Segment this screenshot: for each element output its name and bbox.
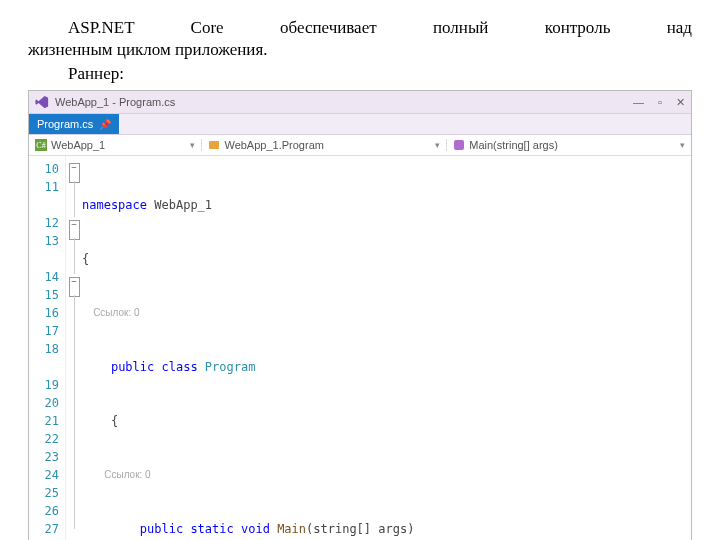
fold-column: − − − [66, 156, 82, 540]
csharp-icon: C# [35, 139, 47, 151]
visual-studio-icon [35, 95, 49, 109]
tab-label: Program.cs [37, 118, 93, 130]
fold-toggle[interactable]: − [69, 277, 80, 297]
editor-tab-row: Program.cs 📌 [29, 114, 691, 135]
minimize-button[interactable]: — [633, 96, 644, 109]
method-icon [453, 139, 465, 151]
breadcrumb-row: C# WebApp_1 ▾ WebApp_1.Program ▾ Main(st… [29, 135, 691, 156]
breadcrumb-label: WebApp_1 [51, 139, 105, 151]
fold-toggle[interactable]: − [69, 163, 80, 183]
editor-tab-active[interactable]: Program.cs 📌 [29, 114, 119, 134]
close-button[interactable]: ✕ [676, 96, 685, 109]
doc-paragraph: жизненным циклом приложения. [28, 40, 692, 60]
maximize-button[interactable]: ▫ [658, 96, 662, 109]
line-number-gutter: 1011.1213.1415161718.192021222324252627 [29, 156, 66, 540]
code-editor[interactable]: 1011.1213.1415161718.192021222324252627 … [29, 156, 691, 540]
breadcrumb-method[interactable]: Main(string[] args) ▾ [447, 139, 691, 151]
breadcrumb-label: WebApp_1.Program [224, 139, 323, 151]
breadcrumb-class[interactable]: WebApp_1.Program ▾ [202, 139, 447, 151]
breadcrumb-label: Main(string[] args) [469, 139, 558, 151]
document-text: ASP.NET Core обеспечивает полный контрол… [0, 0, 720, 84]
chevron-down-icon: ▾ [190, 140, 195, 150]
window-title: WebApp_1 - Program.cs [55, 96, 175, 108]
svg-text:C#: C# [36, 141, 45, 150]
fold-toggle[interactable]: − [69, 220, 80, 240]
window-titlebar: WebApp_1 - Program.cs — ▫ ✕ [29, 91, 691, 114]
chevron-down-icon: ▾ [435, 140, 440, 150]
window-controls: — ▫ ✕ [633, 96, 685, 109]
pin-icon[interactable]: 📌 [99, 119, 111, 130]
svg-rect-2 [209, 141, 219, 149]
chevron-down-icon: ▾ [680, 140, 685, 150]
breadcrumb-project[interactable]: C# WebApp_1 ▾ [29, 139, 202, 151]
class-icon [208, 139, 220, 151]
svg-rect-3 [454, 140, 464, 150]
code-lines[interactable]: namespace WebApp_1 { Ссылок: 0 public cl… [82, 156, 588, 540]
doc-paragraph: ASP.NET Core обеспечивает полный контрол… [28, 18, 692, 38]
doc-paragraph: Раннер: [28, 64, 692, 84]
visual-studio-window: WebApp_1 - Program.cs — ▫ ✕ Program.cs 📌… [28, 90, 692, 540]
